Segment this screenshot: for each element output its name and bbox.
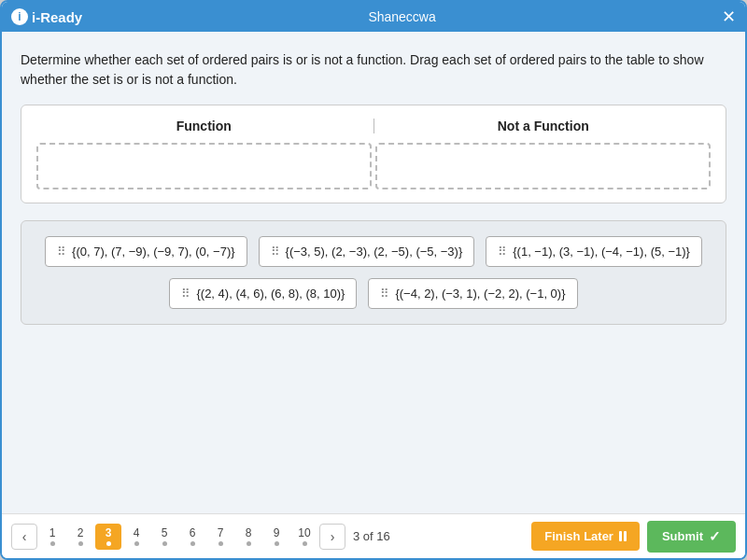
page-7[interactable]: 7 — [207, 524, 233, 550]
page-6-dot — [190, 541, 195, 546]
page-9-dot — [275, 541, 279, 546]
page-8[interactable]: 8 — [235, 524, 261, 550]
drag-handle-4: ⠿ — [181, 287, 190, 301]
submit-button[interactable]: Submit ✓ — [647, 521, 736, 553]
drag-handle-2: ⠿ — [271, 245, 280, 259]
page-8-dot — [247, 541, 251, 546]
page-4-dot — [134, 541, 139, 546]
navigation-area: ‹ 1 2 3 4 5 — [11, 524, 396, 550]
drag-handle-3: ⠿ — [498, 245, 507, 259]
drag-item-3-text: {(1, −1), (3, −1), (−4, −1), (5, −1)} — [513, 245, 690, 259]
logo-area: i i-Ready — [11, 8, 82, 25]
finish-later-button[interactable]: Finish Later — [531, 522, 640, 551]
main-content: Determine whether each set of ordered pa… — [2, 32, 745, 513]
page-4[interactable]: 4 — [123, 524, 149, 550]
page-3-dot — [106, 541, 111, 546]
page-2[interactable]: 2 — [67, 524, 93, 550]
logo-text: i-Ready — [32, 9, 82, 25]
drag-item-1[interactable]: ⠿ {(0, 7), (7, −9), (−9, 7), (0, −7)} — [45, 236, 247, 267]
close-button[interactable]: ✕ — [722, 8, 736, 25]
page-1[interactable]: 1 — [39, 524, 65, 550]
window-title: Shaneccwa — [368, 9, 435, 24]
page-9[interactable]: 9 — [263, 524, 289, 550]
drag-handle-1: ⠿ — [57, 245, 66, 259]
submit-label: Submit — [662, 529, 703, 543]
page-7-dot — [218, 541, 223, 546]
page-2-dot — [78, 541, 83, 546]
logo-icon: i — [11, 8, 28, 25]
pause-icon — [619, 531, 627, 541]
prev-arrow-button[interactable]: ‹ — [11, 524, 37, 550]
page-5-dot — [162, 541, 167, 546]
bottom-right-actions: Finish Later Submit ✓ — [531, 521, 736, 553]
app-window: i i-Ready Shaneccwa ✕ Determine whether … — [0, 0, 747, 560]
page-1-dot — [50, 541, 55, 546]
table-headers: Function Not a Function — [35, 119, 712, 133]
drag-item-1-text: {(0, 7), (7, −9), (−9, 7), (0, −7)} — [72, 245, 235, 259]
drag-item-2[interactable]: ⠿ {(−3, 5), (2, −3), (2, −5), (−5, −3)} — [259, 236, 475, 267]
items-row-2: ⠿ {(2, 4), (4, 6), (6, 8), (8, 10)} ⠿ {(… — [40, 278, 707, 309]
finish-later-label: Finish Later — [544, 529, 613, 543]
items-row-1: ⠿ {(0, 7), (7, −9), (−9, 7), (0, −7)} ⠿ … — [40, 236, 707, 267]
drag-item-5[interactable]: ⠿ {(−4, 2), (−3, 1), (−2, 2), (−1, 0)} — [368, 278, 577, 309]
drag-item-2-text: {(−3, 5), (2, −3), (2, −5), (−5, −3)} — [286, 245, 463, 259]
page-numbers: 1 2 3 4 5 — [39, 524, 317, 550]
drag-item-3[interactable]: ⠿ {(1, −1), (3, −1), (−4, −1), (5, −1)} — [486, 236, 702, 267]
function-header: Function — [35, 119, 374, 133]
drop-zones — [35, 143, 712, 189]
not-function-drop-zone[interactable] — [375, 143, 711, 189]
draggable-items-container: ⠿ {(0, 7), (7, −9), (−9, 7), (0, −7)} ⠿ … — [21, 220, 726, 325]
page-10[interactable]: 10 — [291, 524, 317, 550]
next-arrow-button[interactable]: › — [319, 524, 345, 550]
page-10-dot — [303, 541, 307, 546]
page-5[interactable]: 5 — [151, 524, 177, 550]
instructions-text: Determine whether each set of ordered pa… — [21, 50, 726, 90]
page-6[interactable]: 6 — [179, 524, 205, 550]
not-function-header: Not a Function — [374, 119, 713, 133]
drop-table: Function Not a Function — [21, 105, 726, 203]
function-drop-zone[interactable] — [36, 143, 372, 189]
title-bar: i i-Ready Shaneccwa ✕ — [2, 2, 745, 32]
page-count-label: 3 of 16 — [353, 529, 390, 543]
drag-handle-5: ⠿ — [380, 287, 389, 301]
bottom-bar: ‹ 1 2 3 4 5 — [2, 513, 745, 558]
page-3[interactable]: 3 — [95, 524, 121, 550]
drag-item-4-text: {(2, 4), (4, 6), (6, 8), (8, 10)} — [196, 287, 345, 301]
drag-item-4[interactable]: ⠿ {(2, 4), (4, 6), (6, 8), (8, 10)} — [169, 278, 357, 309]
check-icon: ✓ — [709, 528, 721, 545]
drag-item-5-text: {(−4, 2), (−3, 1), (−2, 2), (−1, 0)} — [395, 287, 565, 301]
